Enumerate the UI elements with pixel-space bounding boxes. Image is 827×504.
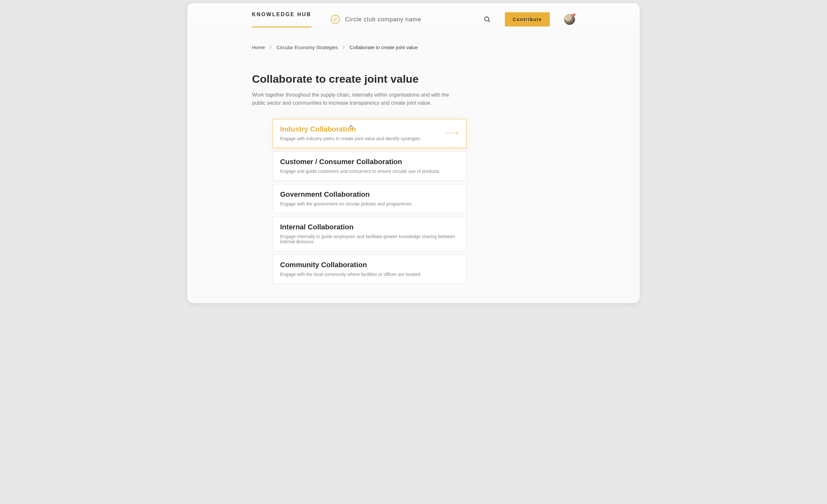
avatar[interactable] <box>564 14 575 25</box>
breadcrumb-item-home[interactable]: Home <box>252 45 265 50</box>
content: Home Circular Economy Strategies Collabo… <box>187 29 640 303</box>
chevron-right-icon <box>342 45 345 50</box>
card-government-collaboration[interactable]: Government Collaboration Engage with the… <box>273 184 467 213</box>
notification-dot-icon <box>573 13 576 16</box>
card-industry-collaboration[interactable]: Industry Collaboration Engage with indus… <box>273 119 467 148</box>
search-icon[interactable] <box>484 16 491 23</box>
company-name: Circle club company name <box>345 16 421 23</box>
card-description: Engage with industry peers to create joi… <box>280 136 459 141</box>
card-title: Government Collaboration <box>280 190 459 199</box>
chevron-right-icon <box>270 45 272 50</box>
contribute-button[interactable]: Contribute <box>505 12 550 27</box>
brand-tab[interactable]: KNOWLEDGE HUB <box>252 12 311 28</box>
card-title: Internal Collaboration <box>280 223 459 231</box>
arrow-right-icon <box>445 130 459 136</box>
card-list: Industry Collaboration Engage with indus… <box>273 119 467 284</box>
svg-line-1 <box>488 21 490 22</box>
card-internal-collaboration[interactable]: Internal Collaboration Engage internally… <box>273 217 467 251</box>
card-title: Customer / Consumer Collaboration <box>280 158 459 166</box>
card-description: Engage and guide customers and consumers… <box>280 169 459 174</box>
breadcrumb-item-current: Collaborate to create joint value <box>349 45 418 50</box>
app-frame: KNOWLEDGE HUB @ Circle club company name… <box>187 3 640 303</box>
breadcrumb-item-strategies[interactable]: Circular Economy Strategies <box>277 45 338 50</box>
card-description: Engage internally to guide employees and… <box>280 234 459 244</box>
breadcrumb: Home Circular Economy Strategies Collabo… <box>252 45 575 50</box>
page-title: Collaborate to create joint value <box>252 73 575 85</box>
card-title: Community Collaboration <box>280 261 459 269</box>
company-block: @ Circle club company name <box>331 15 421 24</box>
page-description: Work together throughout the supply chai… <box>252 91 452 107</box>
card-customer-collaboration[interactable]: Customer / Consumer Collaboration Engage… <box>273 152 467 181</box>
card-title: Industry Collaboration <box>280 125 459 134</box>
card-description: Engage with the government on circular p… <box>280 201 459 206</box>
company-logo-icon: @ <box>331 15 340 24</box>
header: KNOWLEDGE HUB @ Circle club company name… <box>187 3 640 29</box>
card-description: Engage with the local community where fa… <box>280 272 459 277</box>
card-community-collaboration[interactable]: Community Collaboration Engage with the … <box>273 255 467 284</box>
svg-point-0 <box>485 17 489 21</box>
